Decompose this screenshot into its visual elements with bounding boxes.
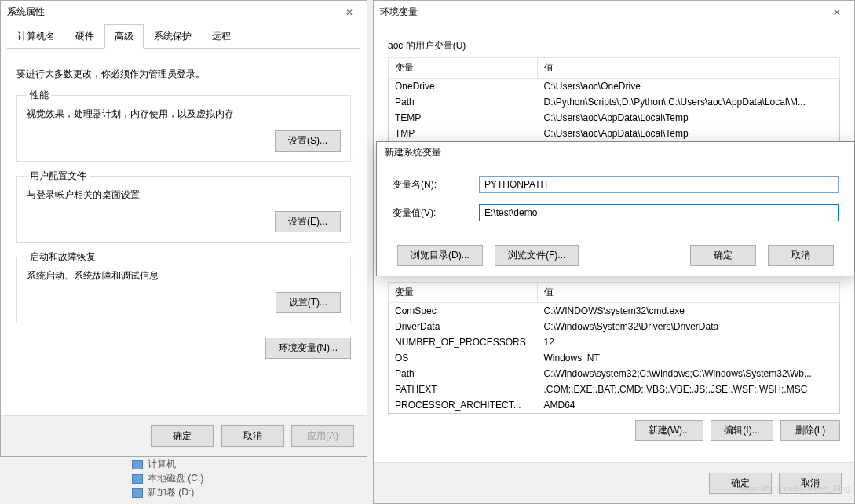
tree-item-disk-c[interactable]: 本地磁盘 (C:): [132, 472, 367, 485]
table-row[interactable]: TEMPC:\Users\aoc\AppData\Local\Temp: [389, 110, 840, 126]
ok-button[interactable]: 确定: [151, 425, 214, 447]
cell-value: C:\Users\aoc\AppData\Local\Temp: [538, 126, 840, 142]
tree-item-computer[interactable]: 计算机: [132, 458, 367, 471]
dialog-titlebar: 环境变量 ✕: [374, 1, 854, 24]
table-row[interactable]: PathD:\Python\Scripts\;D:\Python\;C:\Use…: [389, 94, 840, 110]
group-user-profile: 用户配置文件 与登录帐户相关的桌面设置 设置(E)...: [16, 176, 351, 243]
dialog-titlebar: 新建系统变量: [377, 142, 854, 163]
cell-name: DriverData: [389, 319, 538, 334]
cell-value: AMD64: [538, 397, 840, 414]
group-desc: 系统启动、系统故障和调试信息: [27, 269, 341, 283]
system-vars-table[interactable]: 变量值 ComSpecC:\WINDOWS\system32\cmd.exeDr…: [388, 282, 840, 414]
group-desc: 与登录帐户相关的桌面设置: [27, 188, 341, 202]
cell-name: OneDrive: [389, 79, 538, 95]
variable-name-label: 变量名(N):: [393, 178, 479, 192]
variable-name-input[interactable]: [479, 176, 839, 193]
table-row[interactable]: DriverDataC:\Windows\System32\Drivers\Dr…: [389, 319, 840, 334]
startup-settings-button[interactable]: 设置(T)...: [276, 292, 341, 313]
dialog-footer: 确定 取消 应用(A): [1, 415, 367, 456]
cell-value: .COM;.EXE;.BAT;.CMD;.VBS;.VBE;.JS;.JSE;.…: [538, 382, 840, 397]
user-vars-label: aoc 的用户变量(U): [388, 39, 840, 53]
cell-name: ComSpec: [389, 303, 538, 320]
tree-label: 本地磁盘 (C:): [148, 472, 203, 485]
cell-value: D:\Python\Scripts\;D:\Python\;C:\Users\a…: [538, 94, 840, 110]
cancel-button[interactable]: 取消: [779, 473, 842, 494]
dialog-footer: 确定 取消: [374, 462, 854, 503]
delete-button[interactable]: 删除(L): [780, 420, 840, 441]
new-system-variable-dialog: 新建系统变量 变量名(N): 变量值(V): 浏览目录(D)... 浏览文件(F…: [376, 141, 855, 276]
cell-value: C:\WINDOWS\system32\cmd.exe: [538, 303, 840, 320]
tree-label: 计算机: [148, 458, 176, 471]
table-row[interactable]: PROCESSOR_ARCHITECT...AMD64: [389, 397, 840, 414]
table-row[interactable]: ComSpecC:\WINDOWS\system32\cmd.exe: [389, 303, 840, 320]
cell-value: 12: [538, 334, 840, 350]
admin-note: 要进行大多数更改，你必须作为管理员登录。: [16, 68, 351, 81]
apply-button[interactable]: 应用(A): [291, 425, 354, 447]
col-name[interactable]: 变量: [389, 58, 538, 79]
cell-name: TEMP: [389, 110, 538, 126]
tree-item-disk-d[interactable]: 新加卷 (D:): [132, 486, 367, 499]
tab-system-protection[interactable]: 系统保护: [144, 24, 202, 49]
system-properties-dialog: 系统属性 ✕ 计算机名 硬件 高级 系统保护 远程 要进行大多数更改，你必须作为…: [0, 0, 367, 457]
tab-computer-name[interactable]: 计算机名: [7, 24, 65, 49]
edit-button[interactable]: 编辑(I)...: [711, 420, 773, 441]
system-vars-buttons: 新建(W)... 编辑(I)... 删除(L): [388, 420, 840, 441]
cell-name: TMP: [389, 126, 538, 142]
cancel-button[interactable]: 取消: [768, 245, 834, 266]
col-value[interactable]: 值: [538, 58, 840, 79]
row-variable-value: 变量值(V):: [393, 204, 839, 221]
table-row[interactable]: PATHEXT.COM;.EXE;.BAT;.CMD;.VBS;.VBE;.JS…: [389, 382, 840, 397]
col-name[interactable]: 变量: [389, 283, 538, 303]
tab-hardware[interactable]: 硬件: [65, 24, 104, 49]
cell-name: PATHEXT: [389, 382, 538, 397]
group-desc: 视觉效果，处理器计划，内存使用，以及虚拟内存: [27, 108, 341, 121]
tree-label: 新加卷 (D:): [148, 486, 194, 499]
group-startup-recovery: 启动和故障恢复 系统启动、系统故障和调试信息 设置(T)...: [16, 257, 351, 323]
computer-icon: [132, 460, 143, 469]
cell-value: Windows_NT: [538, 350, 840, 366]
table-row[interactable]: TMPC:\Users\aoc\AppData\Local\Temp: [389, 126, 840, 142]
dialog-title-text: 系统属性: [7, 5, 45, 19]
table-row[interactable]: OneDriveC:\Users\aoc\OneDrive: [389, 79, 840, 95]
row-variable-name: 变量名(N):: [393, 176, 839, 193]
group-title: 性能: [27, 89, 52, 102]
user-vars-table[interactable]: 变量值 OneDriveC:\Users\aoc\OneDrivePathD:\…: [388, 57, 840, 142]
cell-value: C:\Users\aoc\OneDrive: [538, 79, 840, 95]
close-icon[interactable]: ✕: [338, 7, 360, 18]
disk-icon: [132, 474, 143, 484]
group-title: 启动和故障恢复: [27, 250, 99, 264]
cell-name: PROCESSOR_ARCHITECT...: [389, 397, 538, 414]
variable-value-input[interactable]: [479, 204, 839, 221]
performance-settings-button[interactable]: 设置(S)...: [275, 130, 341, 152]
close-icon[interactable]: ✕: [826, 7, 848, 18]
cell-name: NUMBER_OF_PROCESSORS: [389, 334, 538, 350]
profile-settings-button[interactable]: 设置(E)...: [275, 211, 341, 232]
dialog-title-text: 环境变量: [380, 5, 418, 19]
cell-value: C:\Users\aoc\AppData\Local\Temp: [538, 110, 840, 126]
browse-directory-button[interactable]: 浏览目录(D)...: [397, 245, 483, 266]
cell-value: C:\Windows\system32;C:\Windows;C:\Window…: [538, 366, 840, 382]
environment-variables-button[interactable]: 环境变量(N)...: [265, 338, 351, 359]
tabs: 计算机名 硬件 高级 系统保护 远程: [7, 24, 360, 49]
newvar-footer: 浏览目录(D)... 浏览文件(F)... 确定 取消: [377, 245, 854, 277]
explorer-tree-fragment: 计算机 本地磁盘 (C:) 新加卷 (D:): [132, 457, 367, 504]
tab-remote[interactable]: 远程: [202, 24, 241, 49]
cell-name: Path: [389, 94, 538, 110]
tab-advanced[interactable]: 高级: [104, 24, 144, 49]
col-value[interactable]: 值: [538, 283, 840, 303]
sysprops-body: 要进行大多数更改，你必须作为管理员登录。 性能 视觉效果，处理器计划，内存使用，…: [1, 49, 367, 370]
newvar-body: 变量名(N): 变量值(V):: [377, 163, 854, 245]
cancel-button[interactable]: 取消: [221, 425, 284, 447]
table-row[interactable]: NUMBER_OF_PROCESSORS12: [389, 334, 840, 350]
new-button[interactable]: 新建(W)...: [635, 420, 703, 441]
ok-button[interactable]: 确定: [709, 473, 772, 494]
disk-icon: [132, 488, 143, 498]
table-row[interactable]: PathC:\Windows\system32;C:\Windows;C:\Wi…: [389, 366, 840, 382]
cell-value: C:\Windows\System32\Drivers\DriverData: [538, 319, 840, 334]
table-row[interactable]: OSWindows_NT: [389, 350, 840, 366]
ok-button[interactable]: 确定: [690, 245, 756, 266]
group-title: 用户配置文件: [27, 170, 90, 183]
variable-value-label: 变量值(V):: [393, 206, 479, 220]
browse-file-button[interactable]: 浏览文件(F)...: [495, 245, 579, 266]
cell-name: OS: [389, 350, 538, 366]
